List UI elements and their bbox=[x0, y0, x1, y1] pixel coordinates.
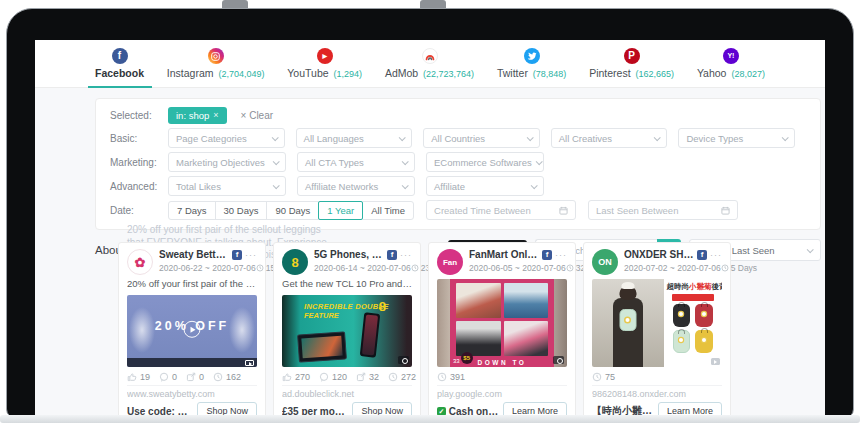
ad-creative-image[interactable]: DOWN TO 33 $5 bbox=[437, 279, 567, 367]
chevron-down-icon bbox=[273, 158, 280, 165]
ad-card[interactable]: ✿ Sweaty Betty London | Wom… f ··· 2020-… bbox=[118, 242, 266, 417]
chevron-down-icon bbox=[399, 134, 406, 141]
tab-yahoo[interactable]: Y! Yahoo (28,027) bbox=[697, 40, 765, 88]
card-menu-icon[interactable]: ··· bbox=[710, 250, 722, 260]
admob-icon bbox=[422, 48, 438, 64]
tab-twitter[interactable]: Twitter (78,848) bbox=[497, 40, 566, 88]
date-all-time-button[interactable]: All Time bbox=[362, 201, 414, 220]
yahoo-icon: Y! bbox=[723, 48, 739, 64]
video-bar bbox=[127, 358, 257, 367]
brand-badge: 8 bbox=[379, 299, 386, 314]
tab-instagram[interactable]: Instagram (2,704,049) bbox=[167, 40, 265, 88]
dropdown-cta-types[interactable]: All CTA Types bbox=[297, 152, 415, 172]
ad-date-range: 2020-06-05 ~ 2020-07-06 bbox=[469, 263, 566, 273]
filter-row-date: Date: 7 Days 30 Days 90 Days 1 Year All … bbox=[110, 198, 806, 222]
like-icon bbox=[282, 372, 292, 382]
backpack-variant bbox=[695, 330, 713, 353]
dropdown-creatives[interactable]: All Creatives bbox=[551, 128, 668, 148]
ad-card[interactable]: 8 5G Phones, Tablets & SIMs | … f ··· 20… bbox=[273, 242, 421, 417]
youtube-icon: ▶ bbox=[317, 48, 333, 64]
date-7-days-button[interactable]: 7 Days bbox=[168, 201, 216, 220]
play-icon[interactable] bbox=[184, 321, 201, 338]
filter-row-selected: Selected: in: shop× × Clear bbox=[110, 104, 806, 126]
chevron-down-icon bbox=[402, 158, 409, 165]
dropdown-countries[interactable]: All Countries bbox=[423, 128, 540, 148]
card-menu-icon[interactable]: ··· bbox=[245, 250, 257, 260]
tab-youtube[interactable]: ▶ YouTube (1,294) bbox=[287, 40, 362, 88]
comment-stat: 120 bbox=[319, 372, 347, 382]
dropdown-total-likes[interactable]: Total Likes bbox=[168, 176, 286, 196]
shoe-photo bbox=[456, 321, 501, 356]
clock-icon bbox=[437, 372, 447, 382]
product-panel: 超時尚小雛菊後背包 bbox=[664, 279, 723, 367]
selected-filter-chip[interactable]: in: shop× bbox=[168, 107, 227, 124]
share-stat: 32 bbox=[356, 372, 379, 382]
calendar-icon bbox=[721, 206, 730, 215]
tab-label: Twitter (78,848) bbox=[497, 67, 566, 79]
ad-domain[interactable]: 986208148.onxder.com bbox=[592, 385, 722, 399]
ad-domain[interactable]: www.sweatybetty.com bbox=[127, 385, 257, 399]
ad-date-range: 2020-07-02 ~ 2020-07-06 bbox=[624, 263, 721, 273]
clock-icon bbox=[592, 372, 602, 382]
date-1-year-button[interactable]: 1 Year bbox=[318, 201, 363, 220]
dropdown-languages[interactable]: All Languages bbox=[296, 128, 413, 148]
last-seen-between-input[interactable]: Last Seen Between bbox=[588, 200, 738, 220]
backpack-variant bbox=[695, 304, 713, 327]
clock-icon bbox=[388, 372, 398, 382]
ad-card[interactable]: Fan FanMart Online Shopping - F… f ··· 2… bbox=[428, 242, 576, 417]
price-tag: 33 $5 bbox=[453, 352, 473, 364]
advertiser-avatar: ON bbox=[592, 249, 618, 275]
basic-label: Basic: bbox=[110, 133, 168, 144]
dropdown-ecommerce-softwares[interactable]: ECommerce Softwares bbox=[426, 152, 544, 172]
like-stat: 19 bbox=[127, 372, 150, 382]
dropdown-affiliate[interactable]: Affiliate bbox=[426, 176, 544, 196]
creative-promo-text: FEATURE bbox=[304, 311, 339, 320]
phone-graphic bbox=[360, 312, 381, 357]
chevron-down-icon bbox=[271, 134, 278, 141]
dropdown-marketing-objectives[interactable]: Marketing Objectives bbox=[168, 152, 286, 172]
dropdown-page-categories[interactable]: Page Categories bbox=[168, 128, 285, 148]
ad-text: 20% off your first pair of the sellout l… bbox=[127, 278, 257, 291]
photo-type-icon bbox=[398, 356, 409, 364]
facebook-icon: f bbox=[542, 250, 552, 260]
tab-facebook[interactable]: f Facebook bbox=[95, 40, 144, 88]
chevron-down-icon bbox=[531, 182, 538, 189]
laptop-base bbox=[0, 415, 860, 423]
ad-creative-image[interactable]: INCREDIBLE DOUBLE FEATURE 8 bbox=[282, 295, 412, 367]
like-stat: 270 bbox=[282, 372, 310, 382]
dropdown-device-types[interactable]: Device Types bbox=[678, 128, 795, 148]
date-30-days-button[interactable]: 30 Days bbox=[215, 201, 268, 220]
tv-graphic bbox=[297, 331, 347, 362]
date-90-days-button[interactable]: 90 Days bbox=[266, 201, 319, 220]
chip-close-icon[interactable]: × bbox=[213, 110, 218, 120]
ad-text: Get the new TCL 10 Pro and bag a free TC… bbox=[282, 278, 412, 291]
advertiser-name[interactable]: FanMart Online Shopping - F… bbox=[469, 249, 539, 260]
duration-stat: 75 bbox=[592, 372, 615, 382]
clear-filters-link[interactable]: × Clear bbox=[241, 110, 274, 121]
expand-icon[interactable] bbox=[711, 358, 720, 365]
tab-label: Facebook bbox=[95, 67, 144, 79]
date-range-segment: 7 Days 30 Days 90 Days 1 Year All Time bbox=[168, 201, 414, 220]
share-icon bbox=[356, 372, 366, 382]
model-photo bbox=[592, 279, 664, 367]
card-menu-icon[interactable]: ··· bbox=[555, 250, 567, 260]
tab-admob[interactable]: AdMob (22,723,764) bbox=[385, 40, 474, 88]
advertiser-name[interactable]: Sweaty Betty London | Wom… bbox=[159, 249, 229, 260]
advertiser-name[interactable]: 5G Phones, Tablets & SIMs | … bbox=[314, 249, 384, 260]
video-expand-icon[interactable] bbox=[245, 360, 254, 366]
ad-domain[interactable]: ad.doubleclick.net bbox=[282, 385, 412, 399]
date-label: Date: bbox=[110, 205, 168, 216]
created-time-between-input[interactable]: Created Time Between bbox=[426, 200, 576, 220]
dropdown-affiliate-networks[interactable]: Affiliate Networks bbox=[297, 176, 415, 196]
collage-frame: DOWN TO 33 $5 bbox=[450, 279, 554, 367]
ad-creative-video[interactable]: 20% OFF bbox=[127, 295, 257, 367]
advertiser-name[interactable]: ONXDER SHOP bbox=[624, 249, 694, 260]
ad-domain[interactable]: play.google.com bbox=[437, 385, 567, 399]
backpack-graphic bbox=[619, 309, 636, 331]
filter-row-advanced: Advanced: Total Likes Affiliate Networks… bbox=[110, 174, 806, 198]
tab-pinterest[interactable]: P Pinterest (162,665) bbox=[589, 40, 674, 88]
ad-creative-image[interactable]: 超時尚小雛菊後背包 bbox=[592, 279, 722, 367]
chevron-down-icon bbox=[273, 182, 280, 189]
ad-card[interactable]: ON ONXDER SHOP f ··· 2020-07-02 ~ 2020-0… bbox=[583, 242, 731, 417]
card-menu-icon[interactable]: ··· bbox=[400, 250, 412, 260]
